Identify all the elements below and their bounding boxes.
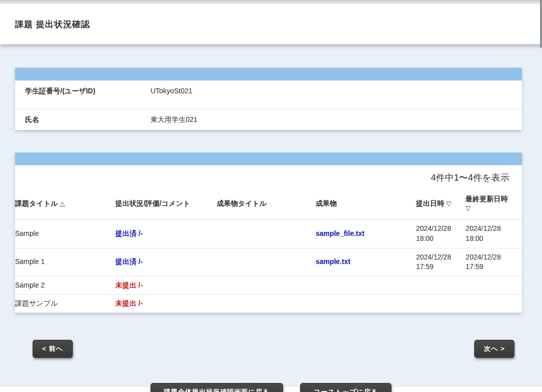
student-id-row: 学生証番号/(ユーザID) UTokyoSt021 <box>15 80 522 109</box>
student-info-header-bar <box>15 68 522 80</box>
page-title: 課題 提出状況確認 <box>15 19 90 30</box>
window-top-edge <box>0 0 542 4</box>
artifact-title-cell <box>217 295 316 313</box>
status-cell: 提出済 /- <box>115 220 217 248</box>
submitted-at-cell: 2024/12/28 17:59 <box>416 248 466 276</box>
artifact-title-cell <box>217 248 316 276</box>
page-header: 課題 提出状況確認 <box>0 4 542 44</box>
column-header-assignment-title[interactable]: 課題タイトル△ <box>15 190 115 220</box>
artifact-cell <box>316 276 416 295</box>
result-count-text: 4件中1〜4件を表示 <box>15 165 522 190</box>
sort-desc-icon[interactable]: ▽ <box>446 200 451 207</box>
column-header-status: 提出状況/評価/コメント <box>115 190 217 220</box>
artifact-title-cell <box>217 276 316 295</box>
student-info-panel: 学生証番号/(ユーザID) UTokyoSt021 氏名 東大用学生021 <box>15 68 522 130</box>
status-badge: 提出済 /- <box>115 229 143 237</box>
last-updated-cell: 2024/12/28 17:59 <box>466 248 522 276</box>
last-updated-cell: 2024/12/28 18:00 <box>466 220 522 248</box>
scrollbar-thumb[interactable] <box>540 0 542 48</box>
artifact-link[interactable]: sample_file.txt <box>316 229 364 237</box>
assignment-title-cell: Sample 2 <box>15 276 115 295</box>
student-id-value: UTokyoSt021 <box>128 81 192 101</box>
status-badge: 提出済 /- <box>115 257 143 266</box>
submissions-header-bar <box>15 153 522 165</box>
artifact-cell <box>316 295 416 313</box>
pagination: < 前へ 次へ > <box>33 340 514 358</box>
status-badge: 未提出 /- <box>115 299 143 307</box>
table-row: Sample 提出済 /- sample_file.txt 2024/12/28… <box>15 220 522 248</box>
column-header-artifact-title: 成果物タイトル <box>217 190 316 220</box>
artifact-cell: sample_file.txt <box>316 220 416 248</box>
submissions-table: 課題タイトル△ 提出状況/評価/コメント 成果物タイトル 成果物 提出日時▽ <box>15 190 522 313</box>
submitted-at-cell <box>416 295 466 313</box>
next-page-button[interactable]: 次へ > <box>474 340 514 358</box>
prev-page-button[interactable]: < 前へ <box>33 340 73 358</box>
status-cell: 提出済 /- <box>115 248 217 276</box>
submitted-at-cell <box>416 276 466 295</box>
status-cell: 未提出 /- <box>115 276 217 295</box>
assignment-title-cell: Sample 1 <box>15 248 115 276</box>
student-name-label: 氏名 <box>15 109 128 130</box>
student-name-value: 東大用学生021 <box>128 109 197 130</box>
student-id-label: 学生証番号/(ユーザID) <box>15 81 128 101</box>
column-header-artifact: 成果物 <box>316 190 416 220</box>
last-updated-cell <box>466 295 522 313</box>
submitted-at-cell: 2024/12/28 18:00 <box>416 220 466 248</box>
back-to-overall-status-button[interactable]: 課題全体提出状況確認画面に戻る <box>151 383 284 392</box>
submissions-panel: 4件中1〜4件を表示 課題タイトル△ 提出状況/評価/コメント 成果物タイトル <box>15 153 522 313</box>
footer-actions: 課題全体提出状況確認画面に戻る コーストップに戻る <box>0 383 542 392</box>
status-badge: 未提出 /- <box>115 281 143 289</box>
assignment-title-cell: 課題サンプル <box>15 295 115 313</box>
status-cell: 未提出 /- <box>115 295 217 313</box>
table-header-row: 課題タイトル△ 提出状況/評価/コメント 成果物タイトル 成果物 提出日時▽ <box>15 190 522 220</box>
artifact-title-cell <box>217 220 316 248</box>
artifact-link[interactable]: sample.txt <box>316 257 350 266</box>
back-to-course-top-button[interactable]: コーストップに戻る <box>300 383 391 392</box>
artifact-cell: sample.txt <box>316 248 416 276</box>
assignment-title-cell: Sample <box>15 220 115 248</box>
table-row: Sample 2 未提出 /- <box>15 276 522 295</box>
sort-desc-icon[interactable]: ▽ <box>466 204 518 213</box>
last-updated-cell <box>466 276 522 295</box>
table-row: 課題サンプル 未提出 /- <box>15 295 522 313</box>
column-header-submitted-at[interactable]: 提出日時▽ <box>416 190 466 220</box>
column-header-last-updated[interactable]: 最終更新日時▽ <box>466 190 522 220</box>
table-row: Sample 1 提出済 /- sample.txt 2024/12/28 17… <box>15 248 522 276</box>
student-name-row: 氏名 東大用学生021 <box>15 109 522 130</box>
sort-asc-icon[interactable]: △ <box>60 200 65 207</box>
